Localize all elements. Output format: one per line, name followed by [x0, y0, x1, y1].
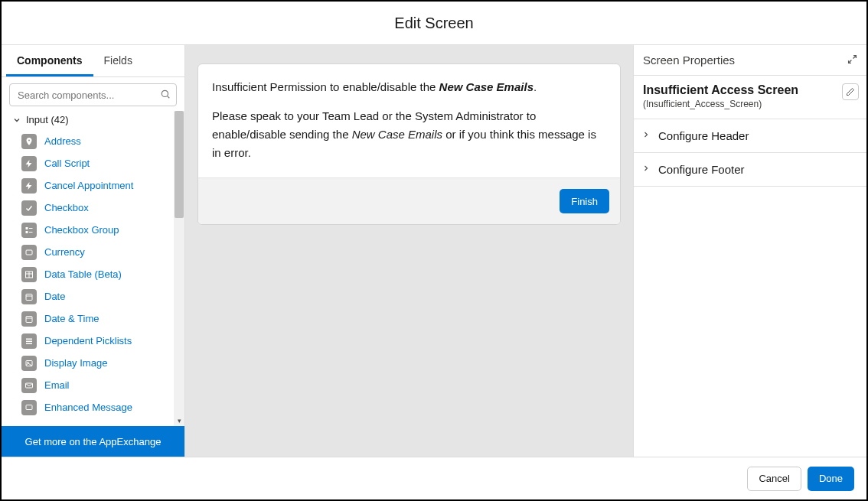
component-item-cancel-appointment[interactable]: Cancel Appointment [21, 174, 169, 197]
component-list: Input (42) Address Call Script Cancel Ap… [2, 111, 184, 426]
svg-rect-15 [26, 340, 32, 342]
svg-rect-14 [26, 338, 32, 340]
item-label: Email [44, 379, 70, 391]
calendar-icon [21, 289, 37, 304]
scroll-arrow-down-icon[interactable]: ▾ [174, 415, 184, 426]
pin-icon [21, 134, 37, 149]
calendar-clock-icon [21, 311, 37, 327]
section-configure-header[interactable]: Configure Header [634, 119, 866, 153]
group-input[interactable]: Input (42) [2, 111, 184, 130]
chevron-right-icon [641, 164, 651, 175]
image-icon [21, 356, 37, 371]
panel-title: Screen Properties [643, 54, 735, 67]
bolt-icon [21, 156, 37, 171]
component-item-checkbox-group[interactable]: Checkbox Group [21, 219, 169, 241]
screen-content: Insufficient Permission to enable/disabl… [198, 64, 620, 177]
items-container: Address Call Script Cancel Appointment C… [2, 130, 184, 418]
screen-footer-bar: Finish [198, 177, 620, 224]
svg-line-1 [168, 96, 170, 99]
modal-footer: Cancel Done [2, 457, 866, 499]
message-line-2: Please speak to your Team Lead or the Sy… [212, 107, 606, 162]
component-item-date-time[interactable]: Date & Time [21, 307, 169, 330]
mail-icon [21, 378, 37, 393]
item-label: Date & Time [44, 313, 100, 324]
item-label: Dependent Picklists [44, 335, 132, 346]
edit-name-button[interactable] [842, 83, 859, 100]
item-label: Currency [44, 246, 85, 258]
svg-rect-5 [29, 232, 33, 233]
section-label: Configure Footer [658, 163, 745, 176]
chevron-down-icon [12, 115, 21, 125]
modal-title: Edit Screen [394, 15, 473, 32]
screen-canvas: Insufficient Permission to enable/disabl… [185, 45, 633, 457]
svg-rect-3 [26, 231, 28, 233]
section-configure-footer[interactable]: Configure Footer [634, 153, 866, 187]
svg-rect-2 [26, 227, 28, 229]
tab-fields[interactable]: Fields [93, 45, 143, 76]
table-icon [21, 267, 37, 282]
component-item-data-table[interactable]: Data Table (Beta) [21, 263, 169, 285]
component-item-display-image[interactable]: Display Image [21, 352, 169, 374]
tab-components[interactable]: Components [6, 45, 93, 76]
component-item-enhanced-message[interactable]: Enhanced Message [21, 396, 169, 418]
screen-label: Insufficient Access Screen [643, 83, 857, 97]
properties-panel: Screen Properties Insufficient Access Sc… [633, 45, 866, 457]
expand-icon[interactable] [847, 54, 857, 67]
component-item-date[interactable]: Date [21, 285, 169, 307]
item-label: Address [44, 135, 81, 147]
app-exchange-link[interactable]: Get more on the AppExchange [2, 426, 184, 457]
svg-rect-6 [26, 250, 32, 255]
screen-card[interactable]: Insufficient Permission to enable/disabl… [197, 63, 621, 225]
item-label: Data Table (Beta) [44, 268, 122, 280]
message-icon [21, 400, 37, 415]
edit-screen-modal: Edit Screen Components Fields [0, 0, 868, 501]
component-item-address[interactable]: Address [21, 130, 169, 152]
component-item-dependent-picklists[interactable]: Dependent Picklists [21, 330, 169, 352]
list-icon [21, 333, 37, 349]
done-button[interactable]: Done [808, 467, 854, 491]
search-input[interactable] [9, 83, 177, 106]
scrollbar[interactable]: ▾ [174, 111, 184, 426]
item-label: Enhanced Message [44, 402, 132, 413]
item-label: Checkbox Group [44, 224, 119, 236]
modal-body: Components Fields Input (42) [2, 45, 866, 457]
component-item-currency[interactable]: Currency [21, 241, 169, 263]
section-label: Configure Header [658, 129, 749, 142]
item-label: Call Script [44, 158, 90, 169]
screen-name-block: Insufficient Access Screen (Insufficient… [634, 76, 866, 119]
component-item-checkbox[interactable]: Checkbox [21, 197, 169, 219]
panel-header: Screen Properties [634, 45, 866, 76]
components-panel: Components Fields Input (42) [2, 45, 185, 457]
svg-point-0 [162, 90, 168, 96]
search-wrap [2, 77, 184, 111]
bolt-icon [21, 178, 37, 194]
svg-rect-4 [29, 228, 33, 229]
component-item-email[interactable]: Email [21, 374, 169, 396]
item-label: Cancel Appointment [44, 180, 133, 191]
checklist-icon [21, 223, 37, 238]
component-tabs: Components Fields [2, 45, 184, 77]
scroll-thumb[interactable] [175, 111, 184, 218]
svg-rect-20 [26, 405, 32, 409]
chevron-right-icon [641, 130, 651, 142]
svg-rect-10 [26, 294, 32, 300]
finish-button[interactable]: Finish [560, 189, 609, 213]
svg-rect-16 [26, 343, 32, 344]
screen-api-name: (Insufficient_Access_Screen) [643, 99, 857, 109]
check-icon [21, 200, 37, 216]
modal-header: Edit Screen [2, 2, 866, 45]
item-label: Date [44, 291, 65, 302]
cancel-button[interactable]: Cancel [747, 467, 801, 491]
message-line-1: Insufficient Permission to enable/disabl… [212, 78, 606, 96]
item-label: Display Image [44, 357, 107, 369]
search-icon [160, 89, 171, 102]
group-label: Input (42) [26, 114, 69, 125]
item-label: Checkbox [44, 202, 89, 213]
rect-icon [21, 245, 37, 260]
svg-rect-12 [26, 316, 32, 322]
component-item-call-script[interactable]: Call Script [21, 152, 169, 174]
